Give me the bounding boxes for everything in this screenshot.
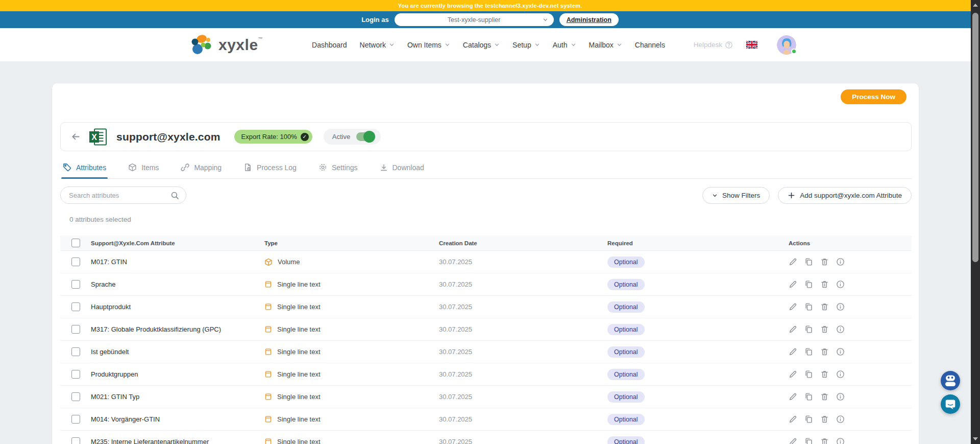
show-filters-button[interactable]: Show Filters <box>702 187 770 204</box>
info-button[interactable] <box>836 392 845 401</box>
language-flag-uk[interactable] <box>746 41 757 49</box>
edit-button[interactable] <box>789 258 797 266</box>
duplicate-button[interactable] <box>804 302 813 311</box>
info-button[interactable] <box>836 258 845 266</box>
info-button[interactable] <box>836 415 845 424</box>
delete-button[interactable] <box>820 347 829 356</box>
duplicate-button[interactable] <box>804 392 813 401</box>
info-button[interactable] <box>836 280 845 289</box>
scrollbar-thumb[interactable] <box>972 13 978 262</box>
edit-button[interactable] <box>789 437 797 444</box>
nav-item-network[interactable]: Network <box>360 41 395 49</box>
user-avatar[interactable] <box>777 35 796 55</box>
nav-item-dashboard[interactable]: Dashboard <box>312 41 347 49</box>
delete-button[interactable] <box>820 437 829 444</box>
row-checkbox[interactable] <box>71 415 80 424</box>
duplicate-button[interactable] <box>804 258 813 266</box>
tab-download[interactable]: Download <box>378 158 426 178</box>
duplicate-button[interactable] <box>804 347 813 356</box>
brand-logo[interactable]: xyxle™ <box>191 34 263 56</box>
row-checkbox[interactable] <box>71 370 80 379</box>
table-row: M235: Interne LieferantenartikelnummerSi… <box>60 431 912 444</box>
delete-button[interactable] <box>820 415 829 424</box>
duplicate-button[interactable] <box>804 325 813 334</box>
row-actions <box>789 302 912 311</box>
delete-button[interactable] <box>820 302 829 311</box>
duplicate-button[interactable] <box>804 437 813 444</box>
edit-button[interactable] <box>789 325 797 334</box>
row-checkbox[interactable] <box>71 392 80 401</box>
tab-mapping[interactable]: Mapping <box>179 158 223 178</box>
duplicate-button[interactable] <box>804 280 813 289</box>
tab-items[interactable]: Items <box>127 158 160 178</box>
scroll-down-arrow-icon[interactable] <box>971 435 980 443</box>
nav-item-auth[interactable]: Auth <box>553 41 576 49</box>
row-checkbox[interactable] <box>71 302 80 311</box>
edit-button[interactable] <box>789 370 797 379</box>
required-badge: Optional <box>607 436 645 444</box>
info-button[interactable] <box>836 347 845 356</box>
row-checkbox[interactable] <box>71 347 80 356</box>
attributes-toolbar: Show Filters Add support@xyxle.com Attri… <box>60 186 912 204</box>
table-row: M021: GTIN TypSingle line text30.07.2025… <box>60 386 912 408</box>
helpdesk-link[interactable]: Helpdesk <box>694 41 733 49</box>
edit-button[interactable] <box>789 415 797 424</box>
back-arrow-icon[interactable] <box>71 132 81 142</box>
row-checkbox[interactable] <box>71 280 80 289</box>
tab-label: Settings <box>332 163 358 172</box>
chevron-down-icon <box>445 42 450 48</box>
supplier-select[interactable]: Test-xyxle-supplier <box>395 13 554 26</box>
tab-process-log[interactable]: Process Log <box>242 158 298 178</box>
duplicate-button[interactable] <box>804 370 813 379</box>
nav-item-channels[interactable]: Channels <box>635 41 665 49</box>
delete-button[interactable] <box>820 325 829 334</box>
attribute-name: Produktgruppen <box>91 370 264 378</box>
attribute-name: M235: Interne Lieferantenartikelnummer <box>91 438 264 444</box>
page-title: support@xyxle.com <box>116 131 220 143</box>
environment-banner-text: You are currently browsing the testchann… <box>398 3 582 9</box>
page-content: Process Now X support@xyxle.com Export R… <box>0 61 980 444</box>
tab-attributes[interactable]: Attributes <box>61 158 108 178</box>
search-icon[interactable] <box>170 191 179 200</box>
info-button[interactable] <box>836 370 845 379</box>
info-icon <box>836 347 845 356</box>
process-now-button[interactable]: Process Now <box>841 89 906 104</box>
tab-label: Download <box>393 163 424 172</box>
edit-button[interactable] <box>789 280 797 289</box>
nav-item-mailbox[interactable]: Mailbox <box>589 41 622 49</box>
search-input[interactable] <box>69 192 170 199</box>
select-all-checkbox[interactable] <box>71 239 80 247</box>
nav-item-catalogs[interactable]: Catalogs <box>463 41 500 49</box>
row-checkbox[interactable] <box>71 325 80 334</box>
delete-button[interactable] <box>820 258 829 266</box>
chevron-down-icon <box>617 42 622 48</box>
attribute-type-label: Single line text <box>277 281 321 288</box>
administration-link[interactable]: Administration <box>559 13 619 26</box>
info-button[interactable] <box>836 302 845 311</box>
edit-button[interactable] <box>789 392 797 401</box>
edit-button[interactable] <box>789 347 797 356</box>
attribute-name: Sprache <box>91 281 264 288</box>
vertical-scrollbar[interactable] <box>971 0 980 444</box>
delete-button[interactable] <box>820 392 829 401</box>
row-checkbox[interactable] <box>71 258 80 266</box>
nav-item-setup[interactable]: Setup <box>512 41 540 49</box>
robot-chat-button[interactable] <box>941 371 960 390</box>
delete-button[interactable] <box>820 370 829 379</box>
info-button[interactable] <box>836 437 845 444</box>
info-button[interactable] <box>836 325 845 334</box>
tab-settings[interactable]: Settings <box>317 158 359 178</box>
nav-item-own-items[interactable]: Own Items <box>407 41 450 49</box>
uk-flag-icon <box>746 41 757 49</box>
scroll-up-arrow-icon[interactable] <box>971 1 980 9</box>
row-checkbox[interactable] <box>71 437 80 444</box>
add-attribute-button[interactable]: Add support@xyxle.com Attribute <box>778 187 912 204</box>
duplicate-button[interactable] <box>804 415 813 424</box>
active-label: Active <box>332 133 350 141</box>
messenger-chat-button[interactable] <box>941 394 960 414</box>
attribute-type-label: Single line text <box>277 415 321 423</box>
delete-button[interactable] <box>820 280 829 289</box>
active-toggle[interactable] <box>356 132 374 141</box>
edit-button[interactable] <box>789 302 797 311</box>
chevron-down-icon <box>534 42 540 48</box>
